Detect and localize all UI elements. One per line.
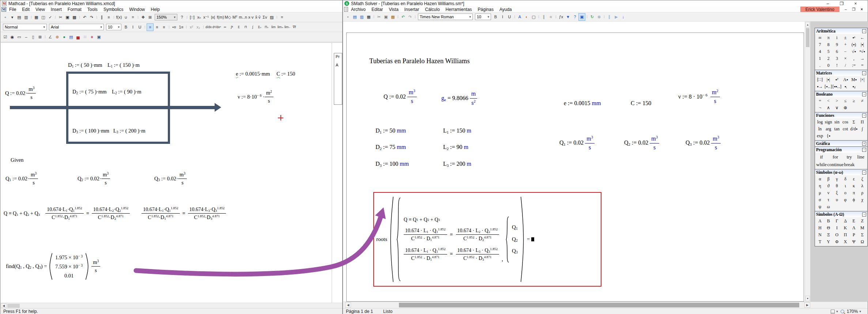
align-right-icon[interactable]: ≡	[161, 24, 167, 31]
palette-cell[interactable]: M▪	[850, 76, 858, 83]
palette-cell[interactable]: d/d▪	[850, 126, 858, 133]
palette-cell[interactable]: sin	[833, 119, 841, 126]
pause-icon[interactable]: ∥	[606, 14, 612, 20]
palette-cell[interactable]: {▪	[824, 133, 833, 139]
palette-cell[interactable]: δ	[841, 176, 849, 183]
separator[interactable]: ǀ	[537, 14, 540, 20]
cut-icon[interactable]: ✂	[376, 14, 382, 20]
palette-cell[interactable]: Ρ	[850, 231, 858, 238]
separator[interactable]: ǀ	[185, 24, 188, 31]
panel-header[interactable]: Símbolos (Α-Ω)−	[815, 211, 867, 217]
smath-horizontal-scrollbar[interactable]: ◀ ▶	[343, 302, 868, 308]
underline-button[interactable]: U	[137, 24, 143, 31]
palette-cell[interactable]: α	[816, 176, 824, 183]
palette-cell[interactable]: |×|	[858, 76, 867, 83]
evaluate-icon[interactable]: =	[130, 14, 136, 21]
palette-cell[interactable]: φ	[841, 196, 849, 203]
palette-cell[interactable]: λ	[858, 183, 867, 189]
palette-cell[interactable]: 7	[816, 41, 824, 48]
insert-unit-icon[interactable]: ∪	[123, 14, 129, 21]
textbox-control-icon[interactable]: ▯	[30, 34, 36, 41]
palette-cell[interactable]: 3	[833, 55, 841, 62]
paste-icon[interactable]: ▩	[71, 14, 78, 21]
product-icon[interactable]: Π	[243, 24, 249, 31]
palette-cell[interactable]: ←	[858, 34, 867, 41]
palette-cell[interactable]: ι	[841, 183, 849, 189]
insert-function-icon[interactable]: f(x)	[116, 14, 122, 21]
copy-icon[interactable]: ▣	[383, 14, 389, 20]
minimize-icon[interactable]: –	[824, 1, 832, 6]
palette-cell[interactable]: Ο	[833, 231, 841, 238]
menu-file[interactable]: File	[6, 7, 19, 12]
contour-plot-icon[interactable]: ▤	[68, 34, 74, 41]
open-icon[interactable]: ▤	[16, 14, 22, 21]
palette-cell[interactable]: |▪|	[858, 41, 867, 48]
palette-cell[interactable]: Η	[816, 225, 824, 231]
range-product-icon[interactable]: Πₙ	[264, 24, 270, 31]
formula-l2[interactable]: L2 := 90 m	[443, 144, 468, 151]
zoom-value[interactable]: 170%	[847, 309, 858, 314]
panel-header[interactable]: Aritmética−	[815, 28, 867, 34]
formula-q-definition[interactable]: Q := 0.02 m3s	[384, 88, 417, 105]
recalculate-icon[interactable]: ↻	[589, 14, 595, 20]
menu-help[interactable]: Help	[148, 7, 163, 12]
palette-cell[interactable]: ψ	[816, 203, 824, 210]
palette-cell[interactable]: Θ	[824, 225, 833, 231]
document-title[interactable]: Tuberías en Paralelo Hazen Williams	[369, 57, 470, 65]
print-preview-icon[interactable]: ◫	[40, 14, 46, 21]
new-dropdown-icon[interactable]: ▾	[9, 14, 15, 21]
menu-calculo[interactable]: Cálculo	[422, 7, 443, 12]
expand-icon[interactable]: +	[862, 142, 866, 146]
matrix-palette-icon[interactable]: [∷]	[189, 14, 195, 21]
sort-icon[interactable]: ↓	[620, 14, 626, 20]
help-icon[interactable]: ?	[179, 14, 185, 21]
redo-icon[interactable]: ↷	[407, 14, 413, 20]
palette-cell[interactable]: Ι	[833, 225, 841, 231]
copy-icon[interactable]: ▣	[64, 14, 71, 21]
italic-button[interactable]: I	[499, 14, 506, 20]
palette-cell[interactable]: θ	[833, 183, 841, 189]
align-down-icon[interactable]: ≡	[106, 14, 112, 21]
palette-cell[interactable]: Σ	[858, 231, 867, 238]
palette-cell[interactable]: ξ	[833, 189, 841, 196]
panel-header[interactable]: Programación−	[815, 147, 867, 153]
minimize-icon[interactable]: –	[843, 7, 848, 11]
palette-cell[interactable]: cot	[841, 126, 849, 133]
save-icon[interactable]: ▥	[359, 14, 365, 20]
paste-icon[interactable]: ▩	[390, 14, 396, 20]
separator[interactable]: ǀ	[276, 14, 278, 21]
palette-cell[interactable]: arg	[824, 126, 833, 133]
palette-cell[interactable]: √▪	[850, 48, 858, 55]
range-palette-icon[interactable]: m‥n	[239, 14, 247, 21]
restore-icon[interactable]: ❐	[838, 1, 846, 6]
menu-ayuda[interactable]: Ayuda	[497, 7, 515, 12]
cross-product-palette-icon[interactable]: x̂·v̂	[255, 14, 261, 21]
palette-cell[interactable]: ≤	[841, 97, 849, 104]
palette-cell[interactable]: Ω	[858, 238, 867, 245]
palette-cell[interactable]: ϑ	[824, 183, 833, 189]
separator[interactable]: ǀ	[397, 14, 399, 20]
collapse-icon[interactable]: −	[862, 171, 866, 175]
vector-field-plot-icon[interactable]: ∗	[89, 34, 95, 41]
menu-insertar[interactable]: Insertar	[401, 7, 422, 12]
pushbutton-control-icon[interactable]: ▭	[16, 34, 22, 41]
palette-cell[interactable]: ⊕	[841, 104, 849, 111]
collapse-icon[interactable]: −	[862, 148, 866, 152]
separator[interactable]: ǀ	[144, 24, 146, 31]
palette-cell[interactable]: (▪)	[850, 41, 858, 48]
print-icon[interactable]: ▦	[33, 14, 39, 21]
transpose-palette-icon[interactable]: Mᵀ	[232, 14, 238, 21]
separator[interactable]: ǀ	[168, 24, 170, 31]
formula-q2[interactable]: Q2 := 0.02· m3s	[78, 171, 110, 186]
palette-cell[interactable]: =	[816, 97, 824, 104]
palette-cell[interactable]: ▪→	[816, 83, 824, 90]
indefinite-integral-icon[interactable]: ∫	[250, 24, 256, 31]
palette-cell[interactable]: σ	[816, 196, 824, 203]
redo-icon[interactable]: ↷	[88, 14, 95, 21]
panel-header[interactable]: Símbolos (α-ω)−	[815, 169, 867, 175]
sidebar-toggle-icon[interactable]: ▣	[579, 14, 585, 20]
separator[interactable]: ǀ	[555, 14, 557, 20]
bar-plot-3d-icon[interactable]: ▅	[75, 34, 81, 41]
limit-left-icon[interactable]: lim₋	[284, 24, 291, 31]
palette-cell[interactable]: 1	[816, 55, 824, 62]
